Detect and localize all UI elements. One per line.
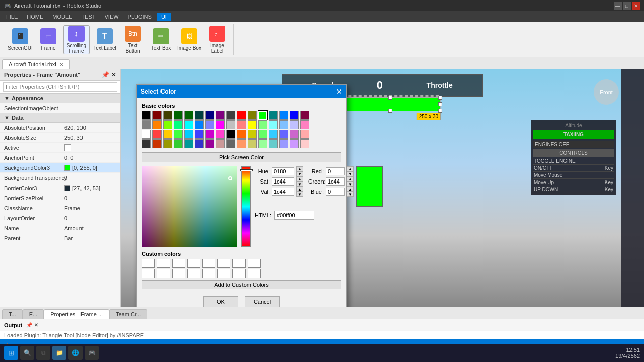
basic-color-cell-58[interactable] [248, 139, 257, 148]
basic-color-cell-39[interactable] [216, 130, 225, 139]
active-checkbox[interactable] [64, 144, 71, 151]
basic-color-cell-13[interactable] [279, 111, 288, 120]
main-tab-close[interactable]: ✕ [59, 62, 63, 67]
basic-color-cell-56[interactable] [226, 139, 235, 148]
red-input[interactable] [326, 167, 345, 175]
basic-color-cell-21[interactable] [195, 120, 204, 129]
basic-color-cell-11[interactable] [258, 111, 267, 120]
menu-model[interactable]: MODEL [48, 13, 76, 21]
basic-color-cell-25[interactable] [237, 120, 246, 129]
custom-cell-1[interactable] [142, 259, 155, 268]
output-pin-button[interactable]: 📌 [26, 322, 32, 328]
basic-color-cell-46[interactable] [290, 130, 299, 139]
basic-color-cell-33[interactable] [152, 130, 162, 139]
custom-cell-16[interactable] [248, 269, 261, 278]
hue-slider[interactable] [242, 166, 251, 247]
data-section-header[interactable]: ▼ Data [0, 113, 120, 123]
sat-up[interactable]: ▲ [296, 176, 303, 182]
basic-color-cell-30[interactable] [290, 120, 299, 129]
basic-color-cell-27[interactable] [258, 120, 267, 129]
basic-color-cell-5[interactable] [195, 111, 204, 120]
text-label-button[interactable]: T Text Label [92, 25, 118, 54]
custom-cell-2[interactable] [157, 259, 170, 268]
basic-color-cell-44[interactable] [269, 130, 278, 139]
handle-tr[interactable] [438, 96, 442, 100]
basic-color-cell-55[interactable] [216, 139, 225, 148]
menu-home[interactable]: HOME [23, 13, 47, 21]
basic-color-cell-60[interactable] [269, 139, 278, 148]
custom-cell-15[interactable] [232, 269, 246, 278]
basic-color-cell-31[interactable] [300, 120, 309, 129]
basic-color-cell-6[interactable] [205, 111, 214, 120]
maximize-button[interactable]: □ [623, 2, 631, 10]
search-input[interactable] [3, 82, 117, 92]
basic-color-cell-22[interactable] [205, 120, 214, 129]
basic-color-cell-45[interactable] [279, 130, 288, 139]
basic-color-cell-57[interactable] [237, 139, 246, 148]
bottom-tab-team[interactable]: Team Cr... [109, 309, 147, 319]
screengui-button[interactable]: 🖥 ScreenGUI [7, 25, 33, 54]
custom-cell-6[interactable] [217, 259, 230, 268]
text-box-button[interactable]: ✏ Text Box [148, 25, 174, 54]
panel-close-button[interactable]: ✕ [111, 71, 116, 78]
hue-down[interactable]: ▼ [296, 171, 303, 176]
blue-input[interactable] [326, 188, 345, 196]
custom-cell-3[interactable] [172, 259, 185, 268]
red-up[interactable]: ▲ [347, 166, 354, 171]
hue-input[interactable] [272, 167, 294, 175]
val-up[interactable]: ▲ [296, 187, 303, 192]
basic-color-cell-37[interactable] [195, 130, 204, 139]
basic-color-cell-61[interactable] [279, 139, 288, 148]
scrolling-frame-button[interactable]: ↕ Scrolling Frame [63, 25, 90, 54]
basic-color-cell-62[interactable] [290, 139, 299, 148]
custom-cell-8[interactable] [248, 259, 261, 268]
taskbar-edge[interactable]: 🌐 [68, 346, 83, 360]
start-button[interactable]: ⊞ [4, 346, 18, 360]
basic-color-cell-35[interactable] [174, 130, 183, 139]
bottom-tab-t[interactable]: T... [2, 309, 23, 319]
cancel-button[interactable]: Cancel [245, 296, 280, 307]
custom-cell-11[interactable] [172, 269, 185, 278]
basic-color-cell-38[interactable] [205, 130, 214, 139]
basic-color-cell-3[interactable] [174, 111, 183, 120]
minimize-button[interactable]: — [614, 2, 622, 10]
basic-color-cell-2[interactable] [163, 111, 172, 120]
basic-color-cell-24[interactable] [226, 120, 235, 129]
taskbar-explorer[interactable]: 📁 [52, 346, 66, 360]
basic-color-cell-32[interactable] [142, 130, 151, 139]
custom-cell-5[interactable] [202, 259, 215, 268]
custom-cell-4[interactable] [187, 259, 200, 268]
green-up[interactable]: ▲ [347, 176, 354, 182]
hue-up[interactable]: ▲ [296, 166, 303, 171]
basic-color-cell-12[interactable] [269, 111, 278, 120]
main-tab[interactable]: Aircraft Tutorial.rbxl ✕ [2, 59, 70, 69]
image-label-button[interactable]: 🏷 Image Label [204, 25, 230, 54]
basic-color-cell-20[interactable] [184, 120, 193, 129]
handle-bm[interactable] [388, 109, 392, 113]
close-button[interactable]: ✕ [632, 2, 640, 10]
basic-color-cell-8[interactable] [226, 111, 235, 120]
handle-br[interactable] [438, 109, 442, 113]
basic-color-cell-51[interactable] [174, 139, 183, 148]
menu-view[interactable]: VIEW [100, 13, 122, 21]
appearance-section-header[interactable]: ▼ Appearance [0, 94, 120, 103]
basic-color-cell-50[interactable] [163, 139, 172, 148]
add-custom-button[interactable]: Add to Custom Colors [142, 280, 341, 289]
basic-color-cell-52[interactable] [184, 139, 193, 148]
basic-color-cell-49[interactable] [152, 139, 162, 148]
green-input[interactable] [326, 177, 345, 186]
image-box-button[interactable]: 🖼 Image Box [176, 25, 202, 54]
ok-button[interactable]: OK [203, 296, 238, 307]
basic-color-cell-7[interactable] [216, 111, 225, 120]
custom-cell-12[interactable] [187, 269, 200, 278]
basic-color-cell-19[interactable] [174, 120, 183, 129]
taskbar-search[interactable]: 🔍 [20, 346, 34, 360]
menu-plugins[interactable]: PLUGINS [124, 13, 156, 21]
custom-cell-14[interactable] [217, 269, 230, 278]
basic-color-cell-0[interactable] [142, 111, 151, 120]
custom-cell-9[interactable] [142, 269, 155, 278]
custom-cell-10[interactable] [157, 269, 170, 278]
basic-color-cell-17[interactable] [152, 120, 162, 129]
taskbar-roblox[interactable]: 🎮 [85, 346, 99, 360]
basic-color-cell-48[interactable] [142, 139, 151, 148]
